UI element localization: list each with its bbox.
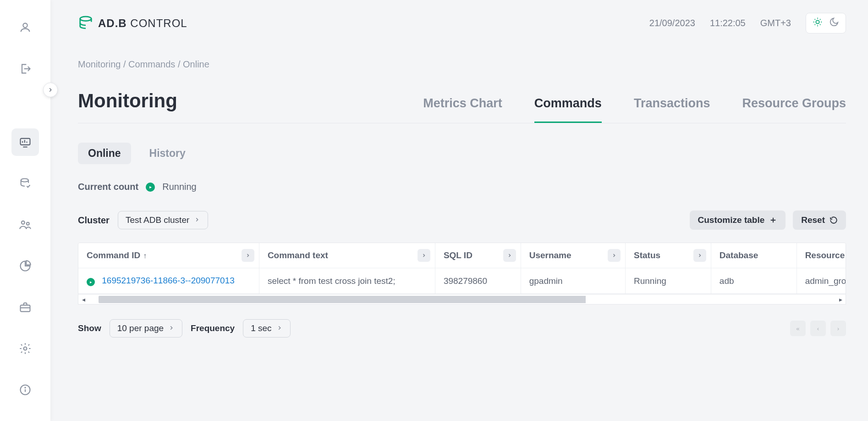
- table-row[interactable]: 1695219736-11866-3--209077013 select * f…: [78, 268, 846, 294]
- cluster-select[interactable]: Test ADB cluster: [118, 211, 208, 229]
- page-prev-button[interactable]: ‹: [810, 321, 826, 336]
- tab-metrics-chart[interactable]: Metrics Chart: [423, 96, 502, 123]
- breadcrumb-item[interactable]: Online: [183, 59, 209, 69]
- th-database[interactable]: Database: [711, 243, 797, 268]
- th-status[interactable]: Status: [626, 243, 711, 268]
- cell-resource-group: admin_group: [797, 268, 846, 294]
- cell-database: adb: [711, 268, 797, 294]
- current-count-label: Current count: [78, 182, 138, 192]
- current-count-row: Current count Running: [78, 182, 846, 192]
- column-menu-button[interactable]: [608, 249, 621, 262]
- frequency-select[interactable]: 1 sec: [243, 319, 290, 338]
- sort-ascending-icon: ↑: [143, 252, 147, 260]
- tab-transactions[interactable]: Transactions: [634, 96, 710, 123]
- briefcase-icon[interactable]: [11, 294, 39, 321]
- title-row: Monitoring Metrics Chart Commands Transa…: [78, 90, 846, 123]
- svg-rect-1: [21, 138, 30, 145]
- brand-bold: AD.B: [98, 17, 130, 29]
- running-row-icon: [87, 278, 95, 286]
- page-size-select[interactable]: 10 per page: [110, 319, 182, 338]
- tab-commands[interactable]: Commands: [534, 96, 602, 123]
- column-menu-button[interactable]: [418, 249, 430, 262]
- customize-label: Customize table: [698, 215, 765, 225]
- scroll-right-icon[interactable]: ▸: [835, 296, 846, 303]
- settings-icon[interactable]: [11, 335, 39, 362]
- profile-icon[interactable]: [11, 14, 39, 41]
- subtab-online[interactable]: Online: [78, 143, 131, 164]
- table-header-row: Command ID↑ Command text SQL ID Username: [78, 243, 846, 268]
- main-tabs: Metrics Chart Commands Transactions Reso…: [423, 96, 846, 123]
- svg-point-9: [80, 17, 92, 21]
- th-command-text[interactable]: Command text: [259, 243, 435, 268]
- column-menu-button[interactable]: [693, 249, 706, 262]
- info-icon[interactable]: [11, 376, 39, 404]
- chevron-right-icon: [194, 215, 200, 225]
- header-tz: GMT+3: [760, 18, 791, 28]
- svg-point-8: [25, 388, 25, 388]
- users-icon[interactable]: [11, 211, 39, 238]
- cell-status: Running: [626, 268, 711, 294]
- page-size-value: 10 per page: [117, 323, 164, 333]
- cell-username: gpadmin: [521, 268, 625, 294]
- th-command-id[interactable]: Command ID↑: [78, 243, 259, 268]
- scroll-left-icon[interactable]: ◂: [78, 296, 88, 303]
- brand-logo-icon: [78, 16, 93, 31]
- cell-command-id: 1695219736-11866-3--209077013: [78, 268, 259, 294]
- breadcrumb: Monitoring / Commands / Online: [78, 59, 846, 70]
- cluster-row: Cluster Test ADB cluster Customize table…: [78, 210, 846, 230]
- command-id-link[interactable]: 1695219736-11866-3--209077013: [102, 276, 234, 285]
- svg-rect-5: [21, 305, 30, 311]
- logout-icon[interactable]: [11, 55, 39, 83]
- svg-point-10: [816, 20, 819, 23]
- table-actions: Customize table Reset: [690, 210, 846, 230]
- cluster-label: Cluster: [78, 215, 110, 226]
- tab-resource-groups[interactable]: Resource Groups: [742, 96, 846, 123]
- footer-left: Show 10 per page Frequency 1 sec: [78, 319, 291, 338]
- breadcrumb-sep: /: [178, 59, 183, 69]
- database-check-icon[interactable]: [11, 170, 39, 197]
- reset-label: Reset: [801, 215, 825, 225]
- piechart-icon[interactable]: [11, 252, 39, 280]
- header-time: 11:22:05: [710, 18, 746, 28]
- svg-point-0: [23, 23, 27, 28]
- breadcrumb-item[interactable]: Monitoring: [78, 59, 121, 69]
- th-resource-group[interactable]: Resource Group: [797, 243, 846, 268]
- brand-text: AD.B CONTROL: [98, 17, 187, 30]
- refresh-icon: [830, 216, 838, 224]
- th-username[interactable]: Username: [521, 243, 625, 268]
- chevron-right-icon: [276, 323, 283, 333]
- page-next-button[interactable]: ›: [830, 321, 846, 336]
- cell-sql-id: 398279860: [435, 268, 521, 294]
- svg-point-3: [22, 221, 25, 224]
- plus-icon: [769, 216, 777, 224]
- subtabs: Online History: [78, 143, 846, 164]
- theme-toggle[interactable]: [806, 13, 846, 33]
- page-title: Monitoring: [78, 90, 177, 112]
- subtab-history[interactable]: History: [139, 143, 196, 164]
- main-content: AD.B CONTROL 21/09/2023 11:22:05 GMT+3 M…: [50, 0, 868, 421]
- sidebar-expand-button[interactable]: [43, 83, 58, 97]
- show-label: Show: [78, 323, 101, 333]
- reset-button[interactable]: Reset: [793, 210, 846, 230]
- horizontal-scrollbar[interactable]: ◂ ▸: [78, 294, 846, 305]
- brand-light: CONTROL: [130, 17, 187, 29]
- column-menu-button[interactable]: [242, 249, 254, 262]
- table-footer: Show 10 per page Frequency 1 sec « ‹ ›: [78, 319, 846, 338]
- scrollbar-track[interactable]: [99, 296, 825, 303]
- breadcrumb-sep: /: [123, 59, 128, 69]
- commands-table: Command ID↑ Command text SQL ID Username: [78, 243, 846, 294]
- customize-table-button[interactable]: Customize table: [690, 210, 786, 230]
- th-sql-id[interactable]: SQL ID: [435, 243, 521, 268]
- svg-point-2: [21, 179, 28, 182]
- page-first-button[interactable]: «: [790, 321, 806, 336]
- table-wrap: Command ID↑ Command text SQL ID Username: [78, 243, 846, 294]
- sun-icon: [813, 17, 823, 29]
- chevron-right-icon: [168, 323, 175, 333]
- frequency-value: 1 sec: [251, 323, 271, 333]
- breadcrumb-item[interactable]: Commands: [128, 59, 175, 69]
- column-menu-button[interactable]: [503, 249, 516, 262]
- svg-point-4: [27, 222, 29, 225]
- moon-icon: [829, 17, 839, 29]
- monitoring-icon[interactable]: [11, 128, 39, 156]
- top-header: AD.B CONTROL 21/09/2023 11:22:05 GMT+3: [78, 13, 846, 33]
